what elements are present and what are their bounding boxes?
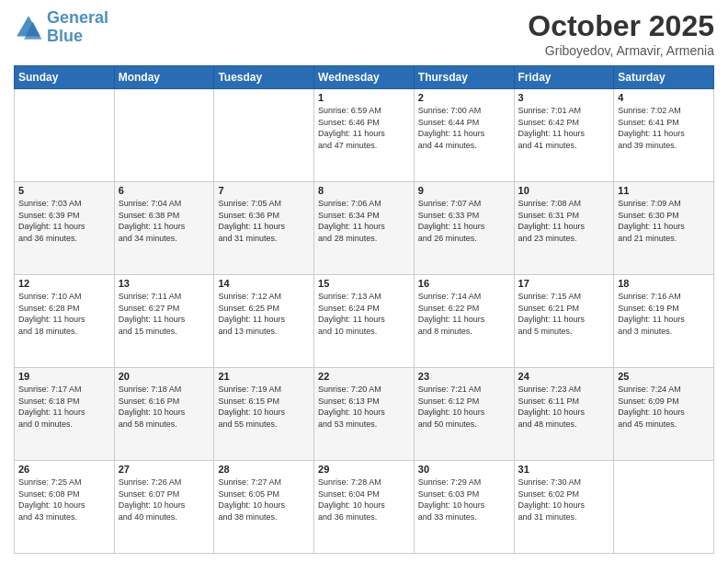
day-info: Sunrise: 7:09 AM Sunset: 6:30 PM Dayligh…	[618, 198, 710, 244]
calendar-cell: 9Sunrise: 7:07 AM Sunset: 6:33 PM Daylig…	[414, 182, 514, 275]
calendar-cell: 18Sunrise: 7:16 AM Sunset: 6:19 PM Dayli…	[614, 275, 714, 368]
calendar-cell: 25Sunrise: 7:24 AM Sunset: 6:09 PM Dayli…	[614, 368, 714, 461]
calendar-week: 1Sunrise: 6:59 AM Sunset: 6:46 PM Daylig…	[15, 89, 714, 182]
day-header: Wednesday	[314, 66, 415, 89]
calendar-week: 19Sunrise: 7:17 AM Sunset: 6:18 PM Dayli…	[15, 368, 714, 461]
logo-line2: Blue	[47, 27, 83, 45]
day-info: Sunrise: 7:29 AM Sunset: 6:03 PM Dayligh…	[418, 477, 510, 523]
day-number: 15	[318, 278, 410, 289]
day-info: Sunrise: 7:30 AM Sunset: 6:02 PM Dayligh…	[518, 477, 610, 523]
day-info: Sunrise: 7:03 AM Sunset: 6:39 PM Dayligh…	[18, 198, 110, 244]
calendar-cell: 4Sunrise: 7:02 AM Sunset: 6:41 PM Daylig…	[614, 89, 714, 182]
day-header: Friday	[514, 66, 614, 89]
day-info: Sunrise: 7:13 AM Sunset: 6:24 PM Dayligh…	[318, 291, 410, 337]
calendar-cell: 13Sunrise: 7:11 AM Sunset: 6:27 PM Dayli…	[114, 275, 214, 368]
calendar: SundayMondayTuesdayWednesdayThursdayFrid…	[14, 65, 714, 554]
header: General Blue October 2025 Griboyedov, Ar…	[14, 9, 714, 58]
day-info: Sunrise: 7:20 AM Sunset: 6:13 PM Dayligh…	[318, 384, 410, 430]
day-number: 24	[518, 371, 610, 382]
calendar-cell: 2Sunrise: 7:00 AM Sunset: 6:44 PM Daylig…	[414, 89, 514, 182]
calendar-cell: 7Sunrise: 7:05 AM Sunset: 6:36 PM Daylig…	[214, 182, 314, 275]
calendar-cell	[114, 89, 214, 182]
day-info: Sunrise: 7:17 AM Sunset: 6:18 PM Dayligh…	[18, 384, 110, 430]
calendar-cell: 16Sunrise: 7:14 AM Sunset: 6:22 PM Dayli…	[414, 275, 514, 368]
day-info: Sunrise: 7:05 AM Sunset: 6:36 PM Dayligh…	[218, 198, 310, 244]
day-info: Sunrise: 7:28 AM Sunset: 6:04 PM Dayligh…	[318, 477, 410, 523]
calendar-cell: 23Sunrise: 7:21 AM Sunset: 6:12 PM Dayli…	[414, 368, 514, 461]
day-number: 23	[418, 371, 510, 382]
day-info: Sunrise: 7:14 AM Sunset: 6:22 PM Dayligh…	[418, 291, 510, 337]
title-block: October 2025 Griboyedov, Armavir, Armeni…	[528, 9, 714, 58]
day-header: Tuesday	[214, 66, 314, 89]
day-number: 30	[418, 464, 510, 475]
calendar-cell: 12Sunrise: 7:10 AM Sunset: 6:28 PM Dayli…	[15, 275, 115, 368]
calendar-cell: 14Sunrise: 7:12 AM Sunset: 6:25 PM Dayli…	[214, 275, 314, 368]
day-number: 5	[18, 185, 110, 196]
day-info: Sunrise: 7:06 AM Sunset: 6:34 PM Dayligh…	[318, 198, 410, 244]
day-info: Sunrise: 7:12 AM Sunset: 6:25 PM Dayligh…	[218, 291, 310, 337]
calendar-cell: 5Sunrise: 7:03 AM Sunset: 6:39 PM Daylig…	[15, 182, 115, 275]
day-number: 29	[318, 464, 410, 475]
page: General Blue October 2025 Griboyedov, Ar…	[0, 0, 728, 563]
day-number: 1	[318, 92, 410, 103]
day-info: Sunrise: 7:24 AM Sunset: 6:09 PM Dayligh…	[618, 384, 710, 430]
calendar-cell: 30Sunrise: 7:29 AM Sunset: 6:03 PM Dayli…	[414, 461, 514, 554]
calendar-week: 5Sunrise: 7:03 AM Sunset: 6:39 PM Daylig…	[15, 182, 714, 275]
day-header: Saturday	[614, 66, 714, 89]
calendar-cell: 10Sunrise: 7:08 AM Sunset: 6:31 PM Dayli…	[514, 182, 614, 275]
calendar-week: 12Sunrise: 7:10 AM Sunset: 6:28 PM Dayli…	[15, 275, 714, 368]
day-info: Sunrise: 7:15 AM Sunset: 6:21 PM Dayligh…	[518, 291, 610, 337]
calendar-cell: 26Sunrise: 7:25 AM Sunset: 6:08 PM Dayli…	[15, 461, 115, 554]
day-info: Sunrise: 7:19 AM Sunset: 6:15 PM Dayligh…	[218, 384, 310, 430]
calendar-cell: 21Sunrise: 7:19 AM Sunset: 6:15 PM Dayli…	[214, 368, 314, 461]
calendar-week: 26Sunrise: 7:25 AM Sunset: 6:08 PM Dayli…	[15, 461, 714, 554]
day-info: Sunrise: 7:25 AM Sunset: 6:08 PM Dayligh…	[18, 477, 110, 523]
day-number: 20	[119, 371, 210, 382]
day-number: 3	[518, 92, 610, 103]
day-number: 22	[318, 371, 410, 382]
calendar-cell: 31Sunrise: 7:30 AM Sunset: 6:02 PM Dayli…	[514, 461, 614, 554]
calendar-cell: 22Sunrise: 7:20 AM Sunset: 6:13 PM Dayli…	[314, 368, 415, 461]
day-number: 17	[518, 278, 610, 289]
calendar-cell	[15, 89, 115, 182]
day-info: Sunrise: 7:08 AM Sunset: 6:31 PM Dayligh…	[518, 198, 610, 244]
day-number: 26	[18, 464, 110, 475]
day-info: Sunrise: 7:16 AM Sunset: 6:19 PM Dayligh…	[618, 291, 710, 337]
day-number: 2	[418, 92, 510, 103]
calendar-cell	[614, 461, 714, 554]
day-info: Sunrise: 7:04 AM Sunset: 6:38 PM Dayligh…	[119, 198, 210, 244]
day-info: Sunrise: 7:18 AM Sunset: 6:16 PM Dayligh…	[119, 384, 210, 430]
logo-line1: General	[47, 8, 108, 27]
day-header-row: SundayMondayTuesdayWednesdayThursdayFrid…	[15, 66, 714, 89]
day-number: 19	[18, 371, 110, 382]
day-info: Sunrise: 7:11 AM Sunset: 6:27 PM Dayligh…	[119, 291, 210, 337]
calendar-cell: 1Sunrise: 6:59 AM Sunset: 6:46 PM Daylig…	[314, 89, 415, 182]
day-info: Sunrise: 7:27 AM Sunset: 6:05 PM Dayligh…	[218, 477, 310, 523]
day-info: Sunrise: 7:21 AM Sunset: 6:12 PM Dayligh…	[418, 384, 510, 430]
day-number: 7	[218, 185, 310, 196]
day-number: 18	[618, 278, 710, 289]
day-number: 13	[119, 278, 210, 289]
calendar-cell: 20Sunrise: 7:18 AM Sunset: 6:16 PM Dayli…	[114, 368, 214, 461]
calendar-cell: 19Sunrise: 7:17 AM Sunset: 6:18 PM Dayli…	[15, 368, 115, 461]
calendar-cell: 15Sunrise: 7:13 AM Sunset: 6:24 PM Dayli…	[314, 275, 415, 368]
day-info: Sunrise: 7:07 AM Sunset: 6:33 PM Dayligh…	[418, 198, 510, 244]
day-header: Monday	[114, 66, 214, 89]
day-number: 11	[618, 185, 710, 196]
day-info: Sunrise: 6:59 AM Sunset: 6:46 PM Dayligh…	[318, 105, 410, 151]
day-number: 16	[418, 278, 510, 289]
calendar-cell: 24Sunrise: 7:23 AM Sunset: 6:11 PM Dayli…	[514, 368, 614, 461]
day-number: 12	[18, 278, 110, 289]
day-number: 9	[418, 185, 510, 196]
day-info: Sunrise: 7:23 AM Sunset: 6:11 PM Dayligh…	[518, 384, 610, 430]
day-header: Sunday	[15, 66, 115, 89]
calendar-cell: 3Sunrise: 7:01 AM Sunset: 6:42 PM Daylig…	[514, 89, 614, 182]
day-number: 21	[218, 371, 310, 382]
calendar-cell: 29Sunrise: 7:28 AM Sunset: 6:04 PM Dayli…	[314, 461, 415, 554]
logo: General Blue	[14, 9, 108, 46]
day-number: 10	[518, 185, 610, 196]
day-info: Sunrise: 7:02 AM Sunset: 6:41 PM Dayligh…	[618, 105, 710, 151]
logo-icon	[14, 13, 43, 42]
calendar-cell: 6Sunrise: 7:04 AM Sunset: 6:38 PM Daylig…	[114, 182, 214, 275]
day-number: 27	[119, 464, 210, 475]
